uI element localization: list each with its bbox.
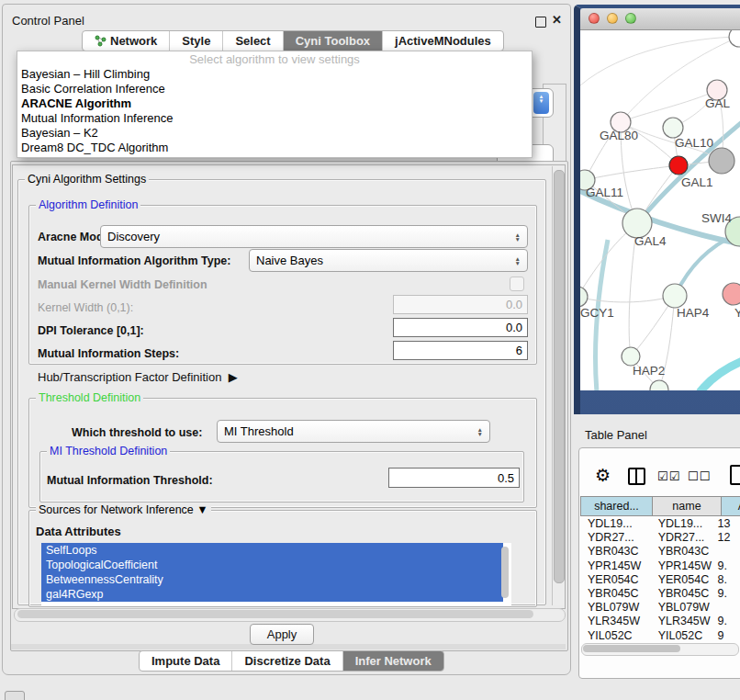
panel-title: Control Panel <box>12 14 84 28</box>
table-row[interactable]: YLR345WYLR345W9. <box>580 615 740 628</box>
table-row[interactable]: YDL19...YDL19...13 <box>580 517 740 531</box>
which-threshold-select[interactable]: MI Threshold ▲▼ <box>217 420 490 443</box>
network-node-hap4[interactable] <box>663 284 687 308</box>
table-panel-title: Table Panel <box>585 428 647 442</box>
attribute-item[interactable]: BetweennessCentrality <box>41 572 503 587</box>
network-window-titlebar[interactable] <box>580 8 740 30</box>
table-cell <box>714 545 740 559</box>
attributes-list-scrollbar[interactable] <box>501 547 509 598</box>
tab-discretize-data[interactable]: Discretize Data <box>232 651 342 671</box>
kernel-width-label: Kernel Width (0,1): <box>38 301 133 314</box>
table-row[interactable]: YDR27...YDR27...12 <box>580 531 740 545</box>
stepper-icon: ▲▼ <box>515 232 521 242</box>
attribute-item[interactable]: TopologicalCoefficient <box>41 558 503 572</box>
mi-type-select[interactable]: Naive Bayes ▲▼ <box>249 249 528 272</box>
dpi-tolerance-field[interactable]: 0.0 <box>393 318 528 337</box>
table-cell: 13 <box>714 517 740 531</box>
table-cell: YER054C <box>580 573 649 587</box>
network-node-gcy1[interactable] <box>580 287 588 307</box>
cyni-settings-group-title: Cyni Algorithm Settings <box>25 173 149 186</box>
table-row[interactable]: YPR145WYPR145W9. <box>580 559 740 573</box>
data-attributes-list[interactable]: SelfLoopsTopologicalCoefficientBetweenne… <box>41 543 511 605</box>
network-node[interactable] <box>650 380 668 390</box>
network-node[interactable] <box>709 148 734 174</box>
network-node[interactable] <box>729 30 740 47</box>
network-canvas[interactable]: GALGAL80GAL10GAL1GAL11GAL4SWI4GCY1HAP4YH… <box>580 30 740 390</box>
tab-label: Discretize Data <box>244 654 330 668</box>
export-table-icon[interactable] <box>730 465 740 485</box>
table-row[interactable]: YBL079WYBL079W <box>580 601 740 615</box>
minimize-traffic-light-icon[interactable] <box>607 13 618 24</box>
table-header: shared...nameA <box>580 496 740 516</box>
hub-definition-toggle[interactable]: Hub/Transcription Factor Definition ▶ <box>38 370 238 384</box>
algorithm-option[interactable]: Bayesian – K2 <box>17 126 532 141</box>
mi-threshold-field[interactable]: 0.5 <box>388 468 520 488</box>
which-threshold-label: Which threshold to use: <box>72 426 202 439</box>
mi-type-label: Mutual Information Algorithm Type: <box>38 254 230 267</box>
node-label: GAL80 <box>600 129 638 142</box>
table-cell <box>714 601 740 615</box>
mi-steps-field[interactable]: 6 <box>393 341 528 360</box>
algorithm-option[interactable]: Bayesian – Hill Climbing <box>17 67 532 82</box>
mi-threshold-label: Mutual Information Threshold: <box>47 474 213 487</box>
algorithm-option[interactable]: Dream8 DC_TDC Algorithm <box>17 141 532 155</box>
deselect-all-checkboxes-icon[interactable]: ☐☐ <box>688 469 711 483</box>
table-cell: YLR345W <box>580 615 649 628</box>
tab-impute-data[interactable]: Impute Data <box>140 651 232 671</box>
kernel-width-field[interactable]: 0.0 <box>393 295 528 314</box>
tab-infer-network[interactable]: Infer Network <box>343 651 443 671</box>
table-row[interactable]: YBR043CYBR043C <box>580 545 740 559</box>
column-header-1[interactable]: shared... <box>580 496 653 516</box>
table-cell: 12 <box>714 531 740 545</box>
tab-select[interactable]: Select <box>223 31 283 51</box>
algorithm-option[interactable]: Basic Correlation Inference <box>17 82 532 96</box>
table-cell: 8. <box>714 573 740 587</box>
close-traffic-light-icon[interactable] <box>589 13 600 24</box>
table-settings-gear-icon[interactable]: ⚙ <box>595 465 611 486</box>
close-panel-icon[interactable]: ✕ <box>552 13 562 27</box>
tab-network[interactable]: Network <box>83 31 170 51</box>
table-cell: YDL19... <box>649 517 714 531</box>
node-label: GAL10 <box>675 136 713 150</box>
settings-hscrollbar-thumb[interactable] <box>17 610 533 618</box>
column-layout-icon[interactable] <box>628 468 645 485</box>
algorithm-option[interactable]: Mutual Information Inference <box>17 111 532 126</box>
float-panel-icon[interactable] <box>535 17 546 28</box>
zoom-traffic-light-icon[interactable] <box>625 13 636 24</box>
column-header-2[interactable]: name <box>653 496 722 516</box>
tab-style[interactable]: Style <box>170 31 223 51</box>
table-row[interactable]: YBR045CYBR045C9. <box>580 587 740 601</box>
tab-jactivemnodules[interactable]: jActiveMNodules <box>383 31 503 51</box>
manual-kernel-label: Manual Kernel Width Definition <box>38 278 207 291</box>
table-row[interactable]: YIL052CYIL052C9 <box>580 629 740 643</box>
network-node-hap2[interactable] <box>622 347 640 366</box>
attribute-item[interactable]: gal4RGexp <box>41 587 503 602</box>
select-all-checkboxes-icon[interactable]: ☑☑ <box>657 469 680 483</box>
mi-threshold-group-title: MI Threshold Definition <box>47 445 170 457</box>
table-hscrollbar-thumb[interactable] <box>583 645 680 652</box>
table-row[interactable]: YER054CYER054C8. <box>580 573 740 587</box>
network-node-y[interactable] <box>723 283 740 305</box>
table-cell: YIL052C <box>580 629 649 643</box>
attribute-item[interactable]: SelfLoops <box>41 543 503 558</box>
settings-vscrollbar-thumb[interactable] <box>554 170 565 583</box>
network-node-gal10[interactable] <box>663 118 683 138</box>
node-label: GAL4 <box>634 234 667 248</box>
node-label: SWI4 <box>701 211 732 225</box>
sources-group-title[interactable]: Sources for Network Inference ▼ <box>36 503 211 516</box>
network-node-gal1[interactable] <box>669 156 688 175</box>
tab-cyni-toolbox[interactable]: Cyni Toolbox <box>284 31 383 51</box>
column-header-3[interactable]: A <box>722 496 740 516</box>
manual-kernel-checkbox[interactable] <box>510 277 524 291</box>
algorithm-option[interactable]: ARACNE Algorithm <box>17 96 532 111</box>
table-cell: YLR345W <box>649 615 714 628</box>
table-cell: YDL19... <box>580 517 649 531</box>
threshold-definition-title: Threshold Definition <box>36 391 143 404</box>
table-rows: YDL19...YDL19...13YDR27...YDR27...12YBR0… <box>580 517 740 643</box>
combo-stepper-icon[interactable]: ▲▼ <box>533 92 549 114</box>
aracne-mode-select[interactable]: Discovery ▲▼ <box>100 225 528 248</box>
tab-label: Impute Data <box>151 654 219 668</box>
apply-button[interactable]: Apply <box>250 624 314 645</box>
tab-label: Select <box>235 34 270 48</box>
collapsed-corner-tab[interactable] <box>5 691 25 700</box>
